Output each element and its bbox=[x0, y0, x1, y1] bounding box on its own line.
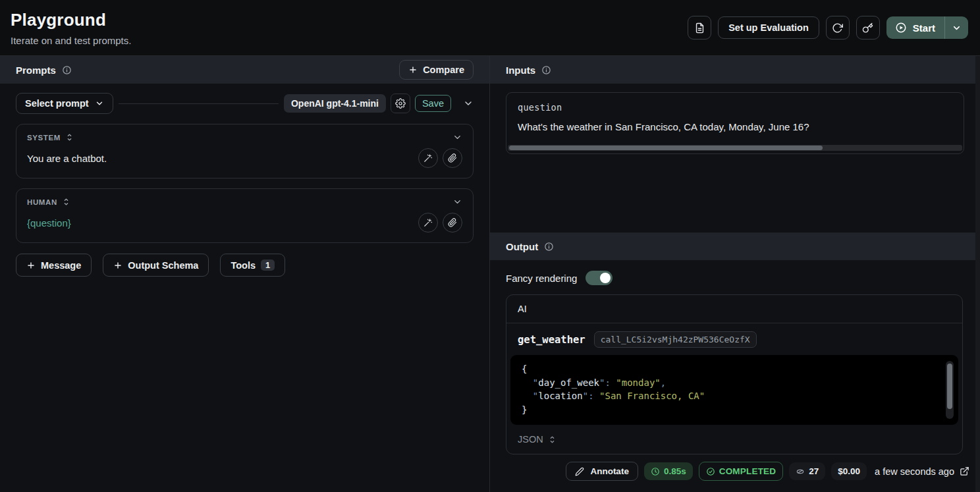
sort-updown-icon bbox=[65, 133, 74, 142]
message-card-human: HUMAN {question} bbox=[16, 188, 474, 243]
compare-button[interactable]: Compare bbox=[399, 60, 474, 80]
sort-updown-icon bbox=[62, 198, 70, 206]
select-prompt-label: Select prompt bbox=[25, 98, 89, 109]
set-up-evaluation-button[interactable]: Set up Evaluation bbox=[718, 16, 819, 39]
start-options-button[interactable] bbox=[945, 16, 968, 39]
paperclip-icon bbox=[448, 153, 457, 163]
header-actions: Set up Evaluation Start bbox=[688, 16, 968, 40]
file-text-icon bbox=[694, 22, 705, 34]
toggle-knob bbox=[600, 273, 611, 283]
info-icon bbox=[541, 65, 551, 75]
output-format-selector[interactable]: JSON bbox=[506, 425, 962, 454]
latency-badge[interactable]: 0.85s bbox=[644, 462, 693, 480]
status-badge[interactable]: COMPLETED bbox=[699, 462, 784, 481]
tools-count-badge: 1 bbox=[261, 260, 275, 271]
fancy-rendering-row: Fancy rendering bbox=[506, 271, 964, 285]
message-content[interactable]: You are a chatbot. bbox=[27, 153, 418, 164]
fancy-rendering-label: Fancy rendering bbox=[506, 273, 577, 284]
output-panel-header: Output bbox=[490, 232, 980, 260]
annotate-button[interactable]: Annotate bbox=[566, 462, 638, 481]
cost-badge[interactable]: $0.00 bbox=[831, 462, 867, 480]
gear-icon bbox=[395, 98, 406, 109]
plus-icon bbox=[408, 65, 418, 74]
json-args-code: { "day_of_week": "monday", "location": "… bbox=[522, 362, 947, 416]
tools-label: Tools bbox=[231, 260, 256, 271]
plus-icon bbox=[113, 261, 122, 270]
collapse-message-button[interactable] bbox=[452, 197, 462, 207]
check-circle-icon bbox=[706, 467, 715, 476]
fancy-rendering-toggle[interactable] bbox=[585, 271, 612, 285]
prompts-body: Select prompt OpenAI gpt-4.1-mini Save S… bbox=[0, 84, 489, 492]
reset-button[interactable] bbox=[826, 16, 850, 40]
tool-name: get_weather bbox=[518, 334, 585, 346]
scrollbar-thumb[interactable] bbox=[509, 146, 823, 150]
attach-file-button[interactable] bbox=[443, 148, 462, 168]
status-value: COMPLETED bbox=[719, 466, 776, 476]
play-circle-icon bbox=[895, 22, 907, 34]
tools-button[interactable]: Tools 1 bbox=[220, 254, 285, 277]
message-content-row: {question} bbox=[27, 213, 462, 232]
tool-call-row: get_weather call_LC5i2vsMjh42zPW536CeOzf… bbox=[506, 323, 962, 355]
page-scrollbar-gutter[interactable] bbox=[975, 56, 980, 492]
compare-label: Compare bbox=[423, 65, 464, 75]
save-button[interactable]: Save bbox=[415, 95, 451, 112]
tool-args-code-block[interactable]: { "day_of_week": "monday", "location": "… bbox=[510, 355, 958, 425]
message-content-row: You are a chatbot. bbox=[27, 148, 462, 168]
run-timestamp-link[interactable]: a few seconds ago bbox=[875, 466, 969, 477]
input-variable-name: question bbox=[518, 102, 952, 113]
annotate-label: Annotate bbox=[590, 466, 629, 476]
top-header: Playground Iterate on and test prompts. … bbox=[0, 0, 980, 56]
role-label[interactable]: SYSTEM bbox=[27, 134, 61, 142]
inputs-horizontal-scrollbar[interactable] bbox=[508, 145, 962, 151]
sort-updown-icon bbox=[548, 435, 557, 444]
collapse-prompt-button[interactable] bbox=[463, 98, 474, 109]
start-button[interactable]: Start bbox=[886, 16, 944, 39]
prompt-actions-row: Message Output Schema Tools 1 bbox=[16, 254, 474, 277]
message-card-header: HUMAN bbox=[27, 197, 462, 207]
add-output-schema-button[interactable]: Output Schema bbox=[103, 254, 209, 277]
latency-value: 0.85s bbox=[664, 466, 686, 476]
message-actions bbox=[418, 148, 462, 168]
magic-wand-icon bbox=[423, 153, 433, 163]
improve-prompt-button[interactable] bbox=[418, 213, 438, 232]
add-message-button[interactable]: Message bbox=[16, 254, 92, 277]
collapse-message-button[interactable] bbox=[452, 132, 462, 142]
message-content[interactable]: {question} bbox=[27, 217, 418, 229]
set-up-evaluation-label: Set up Evaluation bbox=[728, 22, 809, 33]
clock-icon bbox=[651, 467, 660, 476]
format-label: JSON bbox=[518, 434, 543, 445]
model-settings-button[interactable] bbox=[391, 94, 410, 113]
code-vertical-scrollbar[interactable] bbox=[946, 361, 954, 419]
token-count-badge[interactable]: 27 bbox=[789, 462, 825, 480]
inputs-panel-header: Inputs bbox=[490, 56, 980, 84]
input-variable-value[interactable]: What's the weather in San Francisco, CA … bbox=[518, 121, 952, 132]
prompts-panel-header: Prompts Compare bbox=[0, 56, 489, 84]
model-badge[interactable]: OpenAI gpt-4.1-mini bbox=[284, 94, 386, 113]
pencil-icon bbox=[575, 467, 584, 476]
main-content: Prompts Compare Select prompt OpenAI gpt… bbox=[0, 56, 980, 492]
page-subtitle: Iterate on and test prompts. bbox=[11, 35, 131, 46]
prompt-file-button[interactable] bbox=[688, 16, 711, 40]
message-card-system: SYSTEM You are a chatbot. bbox=[16, 124, 474, 178]
message-card-header: SYSTEM bbox=[27, 132, 462, 142]
external-link-icon bbox=[960, 466, 969, 476]
scrollbar-thumb[interactable] bbox=[947, 364, 952, 409]
prompts-title: Prompts bbox=[16, 65, 56, 76]
plus-icon bbox=[26, 261, 36, 270]
prompt-toolbar: Select prompt OpenAI gpt-4.1-mini Save bbox=[16, 93, 474, 114]
run-panel: Inputs question What's the weather in Sa… bbox=[490, 56, 980, 492]
attach-file-button[interactable] bbox=[443, 213, 462, 232]
tool-call-id-badge[interactable]: call_LC5i2vsMjh42zPW536CeOzfX bbox=[594, 331, 757, 348]
improve-prompt-button[interactable] bbox=[418, 148, 438, 168]
refresh-icon bbox=[832, 22, 843, 34]
output-body: Fancy rendering AI get_weather call_LC5i… bbox=[490, 260, 980, 492]
ai-role-label: AI bbox=[506, 295, 962, 323]
select-prompt-button[interactable]: Select prompt bbox=[16, 93, 113, 114]
info-icon bbox=[62, 65, 72, 75]
add-message-label: Message bbox=[41, 260, 81, 271]
key-icon bbox=[862, 22, 873, 34]
api-key-button[interactable] bbox=[856, 16, 880, 40]
role-label[interactable]: HUMAN bbox=[27, 198, 57, 206]
add-output-schema-label: Output Schema bbox=[128, 260, 198, 271]
toolbar-divider bbox=[119, 103, 279, 104]
